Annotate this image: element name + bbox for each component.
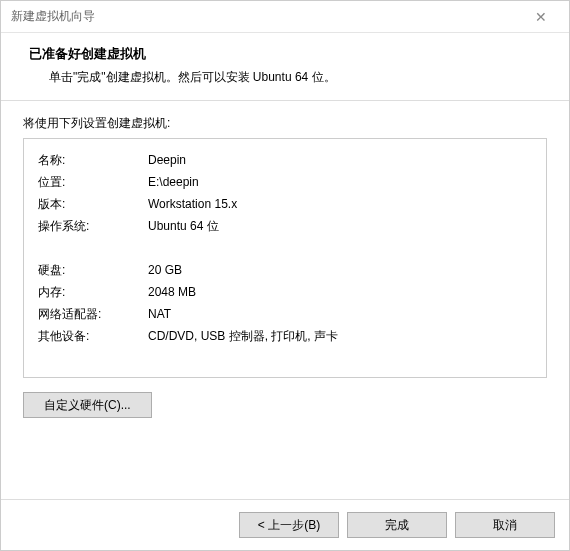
row-name: 名称: Deepin [38,149,532,171]
row-os: 操作系统: Ubuntu 64 位 [38,215,532,237]
back-button[interactable]: < 上一步(B) [239,512,339,538]
page-subheading: 单击"完成"创建虚拟机。然后可以安装 Ubuntu 64 位。 [29,69,541,86]
customize-hardware-button[interactable]: 自定义硬件(C)... [23,392,152,418]
wizard-window: 新建虚拟机向导 ✕ 已准备好创建虚拟机 单击"完成"创建虚拟机。然后可以安装 U… [0,0,570,551]
settings-panel: 名称: Deepin 位置: E:\deepin 版本: Workstation… [23,138,547,378]
label-os: 操作系统: [38,215,148,237]
label-other: 其他设备: [38,325,148,347]
window-title: 新建虚拟机向导 [11,8,521,25]
value-name: Deepin [148,149,532,171]
row-disk: 硬盘: 20 GB [38,259,532,281]
value-network: NAT [148,303,532,325]
value-disk: 20 GB [148,259,532,281]
value-location: E:\deepin [148,171,532,193]
value-memory: 2048 MB [148,281,532,303]
row-network: 网络适配器: NAT [38,303,532,325]
value-version: Workstation 15.x [148,193,532,215]
value-os: Ubuntu 64 位 [148,215,532,237]
label-network: 网络适配器: [38,303,148,325]
value-other: CD/DVD, USB 控制器, 打印机, 声卡 [148,325,532,347]
intro-text: 将使用下列设置创建虚拟机: [23,115,547,132]
page-heading: 已准备好创建虚拟机 [29,45,541,63]
row-version: 版本: Workstation 15.x [38,193,532,215]
footer: < 上一步(B) 完成 取消 [1,499,569,550]
header: 已准备好创建虚拟机 单击"完成"创建虚拟机。然后可以安装 Ubuntu 64 位… [1,33,569,101]
close-icon[interactable]: ✕ [521,9,561,25]
titlebar: 新建虚拟机向导 ✕ [1,1,569,33]
finish-button[interactable]: 完成 [347,512,447,538]
label-version: 版本: [38,193,148,215]
content-area: 将使用下列设置创建虚拟机: 名称: Deepin 位置: E:\deepin 版… [1,101,569,499]
label-name: 名称: [38,149,148,171]
row-other: 其他设备: CD/DVD, USB 控制器, 打印机, 声卡 [38,325,532,347]
cancel-button[interactable]: 取消 [455,512,555,538]
row-memory: 内存: 2048 MB [38,281,532,303]
label-memory: 内存: [38,281,148,303]
row-location: 位置: E:\deepin [38,171,532,193]
label-disk: 硬盘: [38,259,148,281]
label-location: 位置: [38,171,148,193]
